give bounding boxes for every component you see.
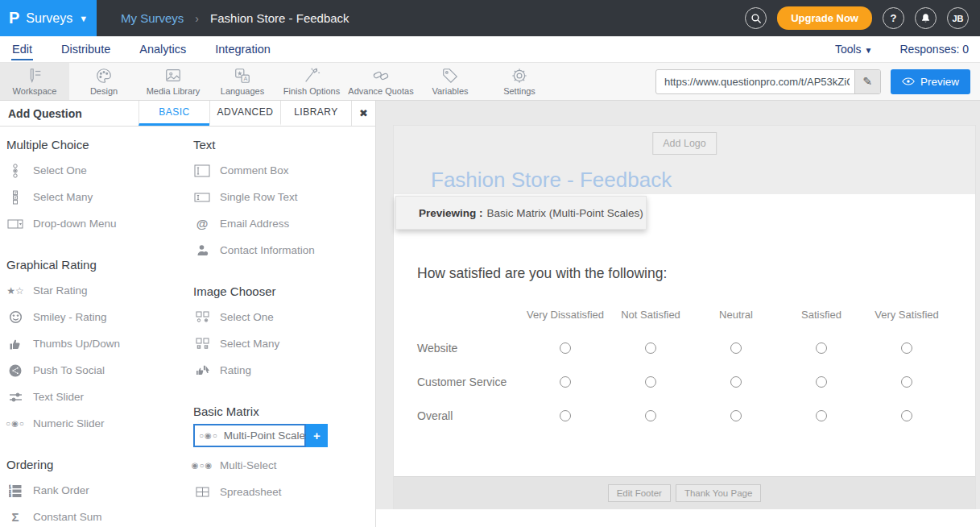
toolbar-workspace[interactable]: Workspace <box>0 63 69 100</box>
add-logo-button[interactable]: Add Logo <box>652 132 717 155</box>
toolbar-languages[interactable]: A Languages <box>208 63 277 100</box>
qtype-image-rating[interactable]: Rating <box>193 357 372 384</box>
survey-title[interactable]: Fashion Store - Feedback <box>431 168 672 193</box>
avatar[interactable]: JB <box>947 7 969 29</box>
toolbar-media-library[interactable]: Media Library <box>139 63 208 100</box>
pencil-icon: ✎ <box>863 75 873 88</box>
survey-url-box: ✎ <box>655 69 881 94</box>
tab-edit[interactable]: Edit <box>11 38 33 60</box>
qtype-multi-point-scales-selected[interactable]: ○◉○ Multi-Point Scales + <box>193 424 372 447</box>
section-ordering: Ordering <box>6 458 185 471</box>
close-panel-button[interactable]: ✖ <box>351 101 375 126</box>
qtype-multi-select[interactable]: ◉○◉ Multi-Select <box>193 452 372 479</box>
thumb-up-icon <box>6 338 24 351</box>
radio-button[interactable] <box>560 342 571 354</box>
question-preview-card: How satisfied are you with the following… <box>394 194 975 476</box>
qtype-push-to-social[interactable]: Push To Social <box>6 357 185 384</box>
matrix-column-header: Not Satisfied <box>608 309 693 321</box>
radio-button[interactable] <box>901 376 912 388</box>
ranked-list-icon: 123 <box>6 484 24 497</box>
tab-basic[interactable]: BASIC <box>139 101 209 126</box>
matrix-column-header: Very Satisfied <box>864 309 949 321</box>
brand-surveys-menu[interactable]: P Surveys ▼ <box>0 0 97 36</box>
matrix-column-header: Neutral <box>693 309 779 321</box>
radio-button[interactable] <box>645 376 656 388</box>
radio-button[interactable] <box>645 410 656 421</box>
close-icon: ✖ <box>359 107 368 119</box>
toolbar-design[interactable]: Design <box>69 63 139 100</box>
edit-footer-button[interactable]: Edit Footer <box>608 484 671 502</box>
matrix-column-header: Very Dissatisfied <box>523 309 608 321</box>
survey-preview-region: Add Logo Fashion Store - Feedback Previe… <box>376 101 980 527</box>
qtype-image-select-one[interactable]: Select One <box>193 304 372 330</box>
qtype-text-slider[interactable]: Text Slider <box>6 384 185 410</box>
toolbar-advance-quotas[interactable]: Advance Quotas <box>346 63 416 100</box>
qtype-image-select-many[interactable]: Select Many <box>193 330 372 357</box>
radio-button[interactable] <box>645 342 656 354</box>
toolbar-variables[interactable]: Variables <box>416 63 485 100</box>
tab-distribute[interactable]: Distribute <box>60 38 111 60</box>
help-button[interactable]: ? <box>883 7 904 29</box>
svg-text:A: A <box>243 75 247 82</box>
eye-icon <box>902 77 915 86</box>
survey-url-input[interactable] <box>656 76 854 88</box>
qtype-smiley-rating[interactable]: Smiley - Rating <box>6 304 185 330</box>
qtype-rank-order[interactable]: 123 Rank Order <box>6 477 185 504</box>
qtype-contact-information[interactable]: + Contact Information <box>193 237 372 264</box>
matrix-question-text: How satisfied are you with the following… <box>417 265 667 282</box>
qtype-select-many[interactable]: Select Many <box>6 184 185 210</box>
breadcrumb-my-surveys[interactable]: My Surveys <box>121 11 184 25</box>
toolbar-finish-options[interactable]: Finish Options <box>277 63 346 100</box>
radio-button[interactable] <box>730 376 742 388</box>
qtype-star-rating[interactable]: ★☆ Star Rating <box>6 277 185 304</box>
add-question-button[interactable]: + <box>306 424 328 447</box>
radio-button[interactable] <box>730 410 742 421</box>
tab-integration[interactable]: Integration <box>214 38 271 60</box>
multipoint-circles-icon: ○◉○ <box>6 419 24 428</box>
tag-icon <box>441 67 459 85</box>
radio-button[interactable] <box>730 342 742 354</box>
qtype-spreadsheet[interactable]: Spreadsheet <box>193 479 372 505</box>
add-question-panel: Add Question BASIC ADVANCED LIBRARY ✖ Mu… <box>0 101 376 527</box>
tab-library[interactable]: LIBRARY <box>280 101 351 126</box>
qtype-dropdown-menu[interactable]: Drop-down Menu <box>6 210 185 237</box>
multiselect-circles-icon: ◉○◉ <box>193 461 211 470</box>
qtype-numeric-slider[interactable]: ○◉○ Numeric Slider <box>6 410 185 437</box>
radio-button[interactable] <box>816 376 827 388</box>
single-row-text-icon <box>193 193 211 202</box>
previewing-tooltip: Previewing : Basic Matrix (Multi-Point S… <box>395 196 647 230</box>
stars-icon: ★☆ <box>6 285 24 297</box>
workspace-icon <box>26 67 43 85</box>
radio-button[interactable] <box>901 342 912 354</box>
qtype-constant-sum[interactable]: Σ Constant Sum <box>6 504 185 527</box>
edit-url-button[interactable]: ✎ <box>854 70 880 93</box>
qtype-select-one[interactable]: Select One <box>6 157 185 184</box>
qtype-comment-box[interactable]: Comment Box <box>193 157 372 184</box>
radio-button[interactable] <box>560 410 571 421</box>
image-radio-icon <box>193 311 211 323</box>
radio-button[interactable] <box>901 410 912 421</box>
radio-button[interactable] <box>560 376 571 388</box>
qtype-single-row-text[interactable]: Single Row Text <box>193 184 372 210</box>
qtype-email-address[interactable]: @ Email Address <box>193 210 372 237</box>
tab-analytics[interactable]: Analytics <box>139 38 187 60</box>
tools-dropdown[interactable]: Tools ▼ <box>835 43 872 56</box>
slider-icon <box>6 392 24 403</box>
upgrade-now-button[interactable]: Upgrade Now <box>777 6 872 30</box>
thank-you-page-button[interactable]: Thank You Page <box>676 484 761 502</box>
radio-button[interactable] <box>816 342 827 354</box>
matrix-row-label: Website <box>417 342 523 355</box>
preview-button[interactable]: Preview <box>891 69 970 94</box>
section-text: Text <box>193 138 372 151</box>
search-button[interactable] <box>745 7 767 29</box>
radio-button[interactable] <box>816 410 827 421</box>
chain-link-icon <box>372 67 390 85</box>
tab-advanced[interactable]: ADVANCED <box>209 101 280 126</box>
qtype-thumbs-up-down[interactable]: Thumbs Up/Down <box>6 330 185 357</box>
bell-icon <box>920 13 931 23</box>
notifications-button[interactable] <box>915 7 937 29</box>
breadcrumb: My Surveys › Fashion Store - Feedback <box>121 11 349 25</box>
toolbar-settings[interactable]: Settings <box>485 63 554 100</box>
responses-count[interactable]: Responses: 0 <box>899 43 969 56</box>
survey-header-band: Add Logo Fashion Store - Feedback <box>394 126 975 194</box>
